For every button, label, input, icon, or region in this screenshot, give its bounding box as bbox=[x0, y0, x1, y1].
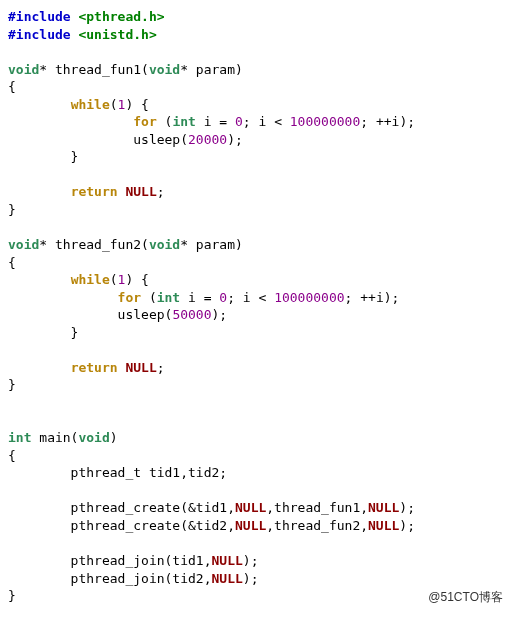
code-token: ) { bbox=[125, 272, 148, 287]
code-token: for bbox=[118, 290, 141, 305]
code-line: } bbox=[8, 588, 16, 603]
code-line: } bbox=[8, 377, 16, 392]
code-token: ; i < bbox=[227, 290, 274, 305]
code-token: 100000000 bbox=[290, 114, 360, 129]
code-token: NULL bbox=[368, 500, 399, 515]
code-token: ) bbox=[110, 430, 118, 445]
code-token: { bbox=[8, 79, 16, 94]
code-token: } bbox=[8, 588, 16, 603]
code-token: ; bbox=[157, 184, 165, 199]
code-token: NULL bbox=[212, 571, 243, 586]
code-token: NULL bbox=[125, 184, 156, 199]
code-token: ; i < bbox=[243, 114, 290, 129]
code-token: void bbox=[8, 62, 39, 77]
code-token: ; ++i); bbox=[345, 290, 400, 305]
code-line: { bbox=[8, 79, 16, 94]
code-token: 0 bbox=[219, 290, 227, 305]
code-line: return NULL; bbox=[8, 360, 165, 375]
code-line: while(1) { bbox=[8, 272, 149, 287]
code-line: #include <pthread.h> bbox=[8, 9, 165, 24]
code-token: } bbox=[8, 377, 16, 392]
code-token: i = bbox=[196, 114, 235, 129]
code-token: * param) bbox=[180, 62, 243, 77]
code-token: ,thread_fun1, bbox=[266, 500, 368, 515]
code-token bbox=[8, 114, 133, 129]
code-token: NULL bbox=[125, 360, 156, 375]
code-line: pthread_create(&tid2,NULL,thread_fun2,NU… bbox=[8, 518, 415, 533]
code-line: void* thread_fun2(void* param) bbox=[8, 237, 243, 252]
code-token: ( bbox=[110, 272, 118, 287]
code-token bbox=[8, 97, 71, 112]
code-token: for bbox=[133, 114, 156, 129]
code-token: NULL bbox=[235, 518, 266, 533]
code-token: } bbox=[8, 202, 16, 217]
code-token: return bbox=[71, 184, 118, 199]
code-token bbox=[8, 360, 71, 375]
code-token: <unistd.h> bbox=[78, 27, 156, 42]
code-token: void bbox=[8, 237, 39, 252]
code-token: 0 bbox=[235, 114, 243, 129]
code-token: main( bbox=[31, 430, 78, 445]
code-token: NULL bbox=[368, 518, 399, 533]
code-line: pthread_join(tid1,NULL); bbox=[8, 553, 258, 568]
code-token: void bbox=[149, 62, 180, 77]
code-token bbox=[8, 184, 71, 199]
code-token: ; bbox=[157, 360, 165, 375]
code-token: pthread_t tid1,tid2; bbox=[8, 465, 227, 480]
code-token: ); bbox=[399, 518, 415, 533]
code-token: pthread_create(&tid1, bbox=[8, 500, 235, 515]
code-token: NULL bbox=[235, 500, 266, 515]
code-token: ); bbox=[243, 553, 259, 568]
code-token: 100000000 bbox=[274, 290, 344, 305]
code-line: } bbox=[8, 149, 78, 164]
code-token: 20000 bbox=[188, 132, 227, 147]
code-token: usleep( bbox=[8, 307, 172, 322]
code-token: * thread_fun1( bbox=[39, 62, 149, 77]
code-token: pthread_create(&tid2, bbox=[8, 518, 235, 533]
code-token: int bbox=[157, 290, 180, 305]
code-token: pthread_join(tid1, bbox=[8, 553, 212, 568]
code-line: void* thread_fun1(void* param) bbox=[8, 62, 243, 77]
code-token: ); bbox=[212, 307, 228, 322]
code-line: return NULL; bbox=[8, 184, 165, 199]
code-token: * param) bbox=[180, 237, 243, 252]
code-token: while bbox=[71, 272, 110, 287]
code-line: #include <unistd.h> bbox=[8, 27, 157, 42]
code-line: { bbox=[8, 255, 16, 270]
code-token: usleep( bbox=[8, 132, 188, 147]
code-token: 50000 bbox=[172, 307, 211, 322]
watermark: @51CTO博客 bbox=[425, 588, 506, 606]
code-token: ) { bbox=[125, 97, 148, 112]
code-line: pthread_create(&tid1,NULL,thread_fun1,NU… bbox=[8, 500, 415, 515]
code-token: ); bbox=[243, 571, 259, 586]
code-token: ( bbox=[141, 290, 157, 305]
code-token: #include bbox=[8, 27, 78, 42]
code-token: <pthread.h> bbox=[78, 9, 164, 24]
code-line: for (int i = 0; i < 100000000; ++i); bbox=[8, 114, 415, 129]
code-token: * thread_fun2( bbox=[39, 237, 149, 252]
code-line: } bbox=[8, 202, 16, 217]
code-token: int bbox=[172, 114, 195, 129]
code-line: usleep(20000); bbox=[8, 132, 243, 147]
code-token: { bbox=[8, 448, 16, 463]
code-token: ,thread_fun2, bbox=[266, 518, 368, 533]
code-token: ); bbox=[399, 500, 415, 515]
code-token: while bbox=[71, 97, 110, 112]
code-token: ( bbox=[157, 114, 173, 129]
code-token: } bbox=[8, 325, 78, 340]
code-token: NULL bbox=[212, 553, 243, 568]
code-line: while(1) { bbox=[8, 97, 149, 112]
code-line: pthread_join(tid2,NULL); bbox=[8, 571, 258, 586]
code-line: pthread_t tid1,tid2; bbox=[8, 465, 227, 480]
code-token: void bbox=[149, 237, 180, 252]
code-token: int bbox=[8, 430, 31, 445]
code-line: for (int i = 0; i < 100000000; ++i); bbox=[8, 290, 399, 305]
code-token: void bbox=[78, 430, 109, 445]
code-line: } bbox=[8, 325, 78, 340]
code-token: ; ++i); bbox=[360, 114, 415, 129]
code-token: return bbox=[71, 360, 118, 375]
code-line: int main(void) bbox=[8, 430, 118, 445]
code-token: ( bbox=[110, 97, 118, 112]
code-token: } bbox=[8, 149, 78, 164]
code-token bbox=[8, 290, 118, 305]
